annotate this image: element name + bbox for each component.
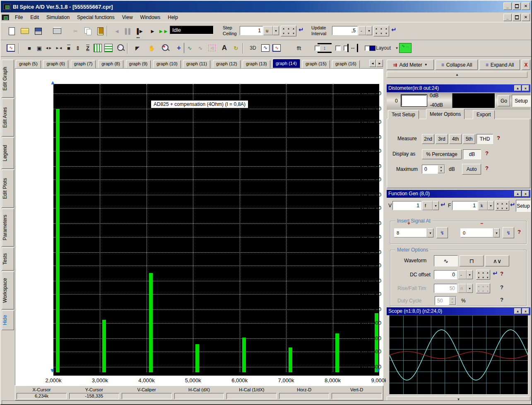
go-button[interactable]: Go	[498, 95, 510, 106]
layout-label[interactable]: Layout	[375, 43, 392, 53]
cut-button[interactable]: ✂	[70, 26, 81, 36]
insert-node-negative-select[interactable]: 0 ▼	[460, 228, 500, 237]
fast-run-button[interactable]: ►►	[157, 26, 169, 36]
close-section-icon[interactable]: x	[522, 85, 529, 91]
triangle-wave-button[interactable]: ∧∨	[485, 255, 509, 266]
dc-offset-help-icon[interactable]: ?	[500, 271, 503, 277]
chevron-down-icon[interactable]: ▼	[273, 26, 279, 35]
spectrum-plot[interactable]: AD825 + compensation (4Ohm) (I = 0,8A)▲▼…	[53, 84, 379, 376]
pan-tool-button[interactable]: ✋	[146, 43, 157, 53]
spin-down-icon[interactable]: ▼	[504, 206, 509, 211]
update-interval-spinner[interactable]: ▲▲▲▼▼▼	[373, 26, 389, 36]
collapse-section-icon[interactable]: ▲	[514, 85, 521, 91]
chevron-down-icon[interactable]: ▼	[366, 26, 372, 35]
f-apply-icon[interactable]: ↵	[510, 201, 515, 208]
spin-up-icon[interactable]: ▲	[291, 26, 296, 31]
collapse-section-icon[interactable]: ▲	[514, 191, 521, 197]
dc-offset-apply-icon[interactable]: ↵	[493, 270, 498, 277]
update-interval-apply-icon[interactable]: ↵	[391, 26, 397, 34]
update-interval-input[interactable]: ,5	[332, 26, 358, 35]
step-ceiling-apply-icon[interactable]: ↵	[298, 26, 304, 34]
graph-tab-graph13[interactable]: graph (13)	[243, 60, 270, 68]
sidebar-tab-edit-plots[interactable]: Edit Plots	[2, 170, 14, 208]
graph-tab-graph12[interactable]: graph (12)	[213, 60, 241, 68]
graph-tab-graph15[interactable]: graph (15)	[302, 60, 330, 68]
sidebar-tab-tests[interactable]: Tests	[2, 247, 14, 271]
menu-item-edit[interactable]: Edit	[26, 13, 43, 22]
graph-window-icon[interactable]: ∿	[5, 43, 17, 53]
spin-up-icon[interactable]: ▲	[496, 201, 500, 206]
measure-2nd-button[interactable]: 2nd	[422, 134, 434, 144]
close-section-icon[interactable]: x	[522, 191, 529, 197]
spin-down-icon[interactable]: ▼	[291, 31, 296, 36]
step-ceiling-spinner[interactable]: ▲▲▲▼▼▼	[281, 26, 296, 36]
measure-help-icon[interactable]: ?	[497, 135, 500, 141]
display-as-db-button[interactable]: dB	[463, 149, 481, 159]
sine-wave-button[interactable]: ∿	[434, 255, 458, 266]
dc-offset-input[interactable]: 0	[434, 270, 457, 279]
expand-horizontal-button[interactable]: ◄►	[43, 43, 54, 53]
vertical-scale-indicator[interactable]: ↕	[317, 43, 332, 53]
cursor-arrow-up-icon[interactable]: ▲	[50, 81, 55, 85]
measure-3rd-button[interactable]: 3rd	[436, 134, 448, 144]
minimize-icon[interactable]: _	[503, 2, 512, 10]
pause-button[interactable]: ▌▌	[123, 26, 134, 36]
cursor-arrow-down-icon[interactable]: ▼	[50, 369, 55, 373]
insert-signal-help-icon[interactable]: ?	[518, 229, 521, 235]
trace-cursor-button[interactable]: ∿	[184, 43, 195, 53]
spin-down-icon[interactable]: ▼	[477, 289, 481, 294]
text-tool-button[interactable]: A	[219, 43, 230, 53]
menu-item-special-functions[interactable]: Special functions	[73, 13, 118, 22]
menu-item-view[interactable]: View	[118, 13, 137, 22]
spin-down-icon[interactable]: ▼	[496, 206, 500, 211]
spin-up-icon[interactable]: ▲	[485, 270, 490, 275]
probe-positive-button[interactable]: ↯	[436, 227, 448, 238]
mdi-close-icon[interactable]: ✕	[522, 14, 530, 21]
update-interval-unit-select[interactable]: - ▼	[358, 26, 372, 35]
collapse-section-icon[interactable]: ▲	[514, 308, 521, 314]
graph-tab-graph7[interactable]: graph (7)	[71, 60, 96, 68]
v-unit-select[interactable]: f ▼	[422, 201, 439, 210]
menu-item-file[interactable]: File	[11, 13, 26, 22]
crosshair-tool-button[interactable]: +	[173, 43, 185, 53]
tab-scroll-right-icon[interactable]: ►	[376, 60, 383, 67]
maximum-spinner[interactable]: ▲▼	[438, 165, 445, 173]
vertical-grid-toggle[interactable]	[92, 43, 104, 53]
tab-export[interactable]: Export	[473, 110, 495, 119]
tab-meter-options[interactable]: Meter Options	[426, 109, 465, 119]
zoom-out-button[interactable]: -	[115, 43, 127, 53]
dc-offset-spinner[interactable]: ▲▲▲▼▼▼	[476, 270, 490, 280]
refresh-button[interactable]: ↻	[230, 43, 242, 53]
chevron-down-icon[interactable]: ▼	[433, 201, 439, 210]
f-unit-select[interactable]: k ▼	[478, 201, 494, 210]
spin-up-icon[interactable]: ▲	[477, 284, 481, 289]
f-spinner[interactable]: ▲▲▲▼▼▼	[495, 201, 509, 211]
spin-down-icon[interactable]: ▼	[374, 31, 379, 36]
open-button[interactable]	[19, 26, 31, 36]
probe-negative-button[interactable]: ↯	[503, 227, 514, 238]
graph-tab-graph10[interactable]: graph (10)	[153, 60, 181, 68]
display-as-percentage-button[interactable]: % Percentage	[422, 149, 462, 159]
sidebar-tab-parameters[interactable]: Parameters	[2, 208, 14, 247]
spin-up-icon[interactable]: ▲	[438, 165, 444, 169]
screen-button[interactable]: ∿ ...	[398, 43, 412, 53]
sidebar-tab-hide[interactable]: Hide	[2, 310, 14, 330]
duty-cycle-help-icon[interactable]: ?	[500, 297, 503, 303]
graph-view-button[interactable]: ∿	[271, 43, 282, 53]
curve-annotation[interactable]: AD825 + compensation (4Ohm) (I = 0,8A)	[151, 100, 248, 108]
sidebar-tab-workspace[interactable]: Workspace	[2, 271, 14, 309]
menu-item-simulation[interactable]: Simulation	[43, 13, 73, 22]
step-ceiling-unit-select[interactable]: u ▼	[263, 26, 279, 35]
spin-up-icon[interactable]: ▲	[286, 26, 291, 31]
graph-tab-graph11[interactable]: graph (11)	[183, 60, 210, 68]
display-help-icon[interactable]: ?	[485, 150, 489, 156]
chevron-down-icon[interactable]: ▼	[427, 228, 433, 237]
v-value-input[interactable]: 1	[392, 201, 421, 210]
sidebar-tab-edit-axes[interactable]: Edit Axes	[2, 98, 14, 137]
smooth-curve-button[interactable]: ∿	[195, 43, 206, 53]
checkbox-icon[interactable]	[335, 46, 341, 51]
spin-down-icon[interactable]: ▼	[485, 289, 490, 294]
spin-up-icon[interactable]: ▲	[379, 26, 384, 31]
spin-down-icon[interactable]: ▼	[281, 31, 286, 36]
v-apply-icon[interactable]: ↵	[441, 201, 446, 208]
